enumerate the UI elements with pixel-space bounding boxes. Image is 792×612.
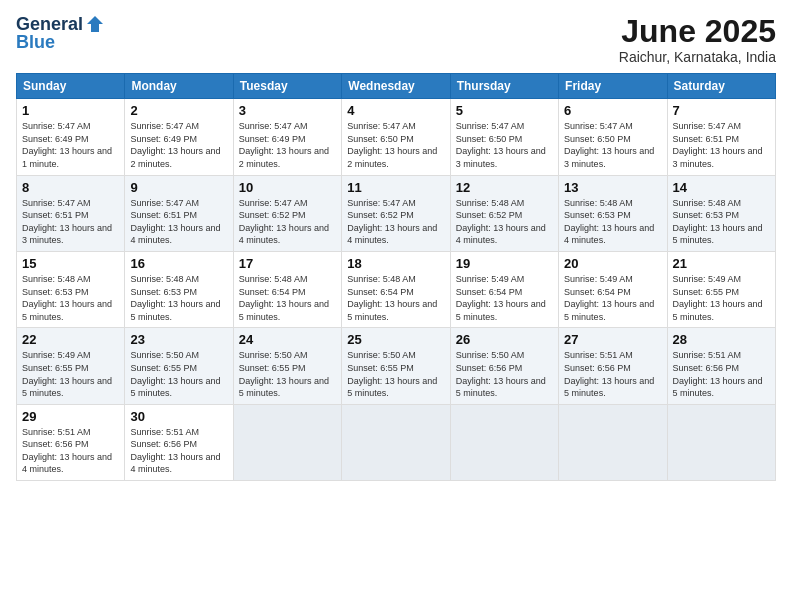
col-sunday: Sunday <box>17 74 125 99</box>
day-info: Sunrise: 5:50 AMSunset: 6:55 PMDaylight:… <box>130 349 227 399</box>
day-number: 6 <box>564 103 661 118</box>
day-number: 16 <box>130 256 227 271</box>
day-number: 20 <box>564 256 661 271</box>
day-info: Sunrise: 5:47 AMSunset: 6:52 PMDaylight:… <box>239 197 336 247</box>
table-row: 10Sunrise: 5:47 AMSunset: 6:52 PMDayligh… <box>233 175 341 251</box>
table-row: 3Sunrise: 5:47 AMSunset: 6:49 PMDaylight… <box>233 99 341 175</box>
table-row: 29Sunrise: 5:51 AMSunset: 6:56 PMDayligh… <box>17 404 125 480</box>
logo-text: General <box>16 14 105 34</box>
day-number: 26 <box>456 332 553 347</box>
day-info: Sunrise: 5:47 AMSunset: 6:50 PMDaylight:… <box>456 120 553 170</box>
calendar-week-row: 15Sunrise: 5:48 AMSunset: 6:53 PMDayligh… <box>17 251 776 327</box>
calendar-body: 1Sunrise: 5:47 AMSunset: 6:49 PMDaylight… <box>17 99 776 481</box>
col-saturday: Saturday <box>667 74 775 99</box>
logo: General Blue <box>16 14 105 53</box>
day-number: 22 <box>22 332 119 347</box>
table-row: 8Sunrise: 5:47 AMSunset: 6:51 PMDaylight… <box>17 175 125 251</box>
table-row <box>450 404 558 480</box>
header-right: June 2025 Raichur, Karnataka, India <box>619 14 776 65</box>
logo-icon <box>85 14 105 34</box>
day-info: Sunrise: 5:50 AMSunset: 6:55 PMDaylight:… <box>239 349 336 399</box>
month-title: June 2025 <box>619 14 776 49</box>
day-info: Sunrise: 5:47 AMSunset: 6:49 PMDaylight:… <box>239 120 336 170</box>
day-number: 18 <box>347 256 444 271</box>
day-info: Sunrise: 5:48 AMSunset: 6:54 PMDaylight:… <box>239 273 336 323</box>
day-number: 10 <box>239 180 336 195</box>
day-info: Sunrise: 5:48 AMSunset: 6:53 PMDaylight:… <box>22 273 119 323</box>
day-number: 30 <box>130 409 227 424</box>
table-row: 19Sunrise: 5:49 AMSunset: 6:54 PMDayligh… <box>450 251 558 327</box>
day-info: Sunrise: 5:47 AMSunset: 6:52 PMDaylight:… <box>347 197 444 247</box>
col-wednesday: Wednesday <box>342 74 450 99</box>
day-info: Sunrise: 5:48 AMSunset: 6:53 PMDaylight:… <box>564 197 661 247</box>
day-info: Sunrise: 5:51 AMSunset: 6:56 PMDaylight:… <box>673 349 770 399</box>
day-info: Sunrise: 5:51 AMSunset: 6:56 PMDaylight:… <box>22 426 119 476</box>
day-number: 29 <box>22 409 119 424</box>
table-row: 26Sunrise: 5:50 AMSunset: 6:56 PMDayligh… <box>450 328 558 404</box>
table-row: 28Sunrise: 5:51 AMSunset: 6:56 PMDayligh… <box>667 328 775 404</box>
table-row: 15Sunrise: 5:48 AMSunset: 6:53 PMDayligh… <box>17 251 125 327</box>
day-info: Sunrise: 5:47 AMSunset: 6:51 PMDaylight:… <box>673 120 770 170</box>
table-row <box>233 404 341 480</box>
day-number: 5 <box>456 103 553 118</box>
table-row: 1Sunrise: 5:47 AMSunset: 6:49 PMDaylight… <box>17 99 125 175</box>
day-info: Sunrise: 5:50 AMSunset: 6:56 PMDaylight:… <box>456 349 553 399</box>
day-number: 19 <box>456 256 553 271</box>
day-info: Sunrise: 5:48 AMSunset: 6:53 PMDaylight:… <box>673 197 770 247</box>
table-row: 9Sunrise: 5:47 AMSunset: 6:51 PMDaylight… <box>125 175 233 251</box>
day-number: 27 <box>564 332 661 347</box>
col-friday: Friday <box>559 74 667 99</box>
day-info: Sunrise: 5:47 AMSunset: 6:49 PMDaylight:… <box>130 120 227 170</box>
table-row: 18Sunrise: 5:48 AMSunset: 6:54 PMDayligh… <box>342 251 450 327</box>
day-number: 4 <box>347 103 444 118</box>
day-number: 23 <box>130 332 227 347</box>
table-row: 16Sunrise: 5:48 AMSunset: 6:53 PMDayligh… <box>125 251 233 327</box>
col-thursday: Thursday <box>450 74 558 99</box>
svg-marker-0 <box>87 16 103 32</box>
day-number: 7 <box>673 103 770 118</box>
col-monday: Monday <box>125 74 233 99</box>
table-row: 2Sunrise: 5:47 AMSunset: 6:49 PMDaylight… <box>125 99 233 175</box>
table-row: 20Sunrise: 5:49 AMSunset: 6:54 PMDayligh… <box>559 251 667 327</box>
table-row: 14Sunrise: 5:48 AMSunset: 6:53 PMDayligh… <box>667 175 775 251</box>
day-number: 1 <box>22 103 119 118</box>
day-info: Sunrise: 5:49 AMSunset: 6:55 PMDaylight:… <box>22 349 119 399</box>
calendar-week-row: 22Sunrise: 5:49 AMSunset: 6:55 PMDayligh… <box>17 328 776 404</box>
day-number: 2 <box>130 103 227 118</box>
calendar-week-row: 29Sunrise: 5:51 AMSunset: 6:56 PMDayligh… <box>17 404 776 480</box>
day-info: Sunrise: 5:48 AMSunset: 6:54 PMDaylight:… <box>347 273 444 323</box>
logo-general: General <box>16 15 83 33</box>
table-row: 17Sunrise: 5:48 AMSunset: 6:54 PMDayligh… <box>233 251 341 327</box>
day-info: Sunrise: 5:49 AMSunset: 6:55 PMDaylight:… <box>673 273 770 323</box>
table-row: 12Sunrise: 5:48 AMSunset: 6:52 PMDayligh… <box>450 175 558 251</box>
day-number: 25 <box>347 332 444 347</box>
day-info: Sunrise: 5:47 AMSunset: 6:50 PMDaylight:… <box>564 120 661 170</box>
day-number: 15 <box>22 256 119 271</box>
day-info: Sunrise: 5:51 AMSunset: 6:56 PMDaylight:… <box>130 426 227 476</box>
day-info: Sunrise: 5:49 AMSunset: 6:54 PMDaylight:… <box>564 273 661 323</box>
table-row: 25Sunrise: 5:50 AMSunset: 6:55 PMDayligh… <box>342 328 450 404</box>
day-number: 13 <box>564 180 661 195</box>
table-row: 13Sunrise: 5:48 AMSunset: 6:53 PMDayligh… <box>559 175 667 251</box>
day-info: Sunrise: 5:47 AMSunset: 6:51 PMDaylight:… <box>130 197 227 247</box>
day-number: 17 <box>239 256 336 271</box>
day-info: Sunrise: 5:51 AMSunset: 6:56 PMDaylight:… <box>564 349 661 399</box>
calendar-table: Sunday Monday Tuesday Wednesday Thursday… <box>16 73 776 481</box>
table-row: 7Sunrise: 5:47 AMSunset: 6:51 PMDaylight… <box>667 99 775 175</box>
day-number: 14 <box>673 180 770 195</box>
table-row: 11Sunrise: 5:47 AMSunset: 6:52 PMDayligh… <box>342 175 450 251</box>
day-info: Sunrise: 5:47 AMSunset: 6:50 PMDaylight:… <box>347 120 444 170</box>
col-tuesday: Tuesday <box>233 74 341 99</box>
location: Raichur, Karnataka, India <box>619 49 776 65</box>
header: General Blue June 2025 Raichur, Karnatak… <box>16 14 776 65</box>
table-row: 4Sunrise: 5:47 AMSunset: 6:50 PMDaylight… <box>342 99 450 175</box>
day-info: Sunrise: 5:49 AMSunset: 6:54 PMDaylight:… <box>456 273 553 323</box>
table-row: 24Sunrise: 5:50 AMSunset: 6:55 PMDayligh… <box>233 328 341 404</box>
logo-blue-text: Blue <box>16 32 55 53</box>
table-row <box>559 404 667 480</box>
table-row: 21Sunrise: 5:49 AMSunset: 6:55 PMDayligh… <box>667 251 775 327</box>
table-row: 23Sunrise: 5:50 AMSunset: 6:55 PMDayligh… <box>125 328 233 404</box>
table-row <box>667 404 775 480</box>
table-row <box>342 404 450 480</box>
day-info: Sunrise: 5:47 AMSunset: 6:49 PMDaylight:… <box>22 120 119 170</box>
